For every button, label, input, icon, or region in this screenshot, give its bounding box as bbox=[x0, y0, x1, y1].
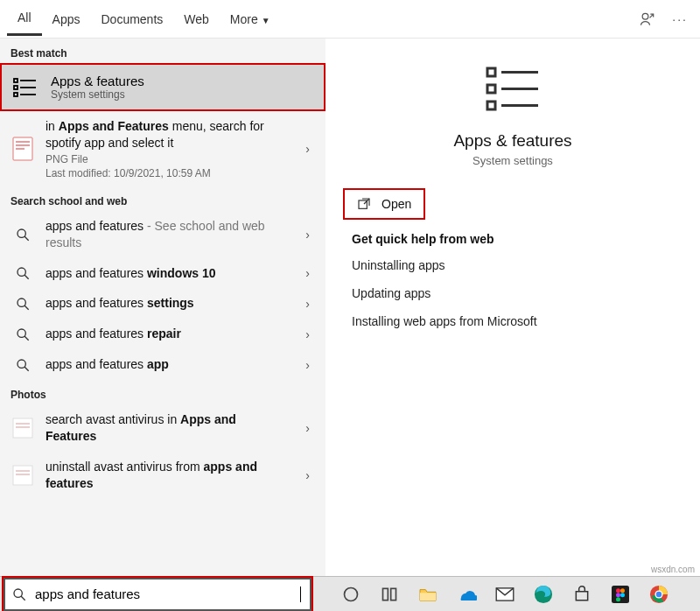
onedrive-icon[interactable] bbox=[455, 583, 478, 606]
chevron-right-icon[interactable]: › bbox=[300, 142, 315, 156]
quick-help: Get quick help from web Uninstalling app… bbox=[326, 232, 700, 342]
svg-line-35 bbox=[21, 596, 25, 600]
svg-rect-9 bbox=[16, 144, 30, 146]
tab-more-label: More bbox=[230, 12, 258, 26]
svg-rect-31 bbox=[487, 102, 495, 109]
search-input[interactable] bbox=[33, 586, 300, 602]
feedback-icon[interactable] bbox=[639, 11, 656, 28]
edge-icon[interactable] bbox=[532, 583, 555, 606]
section-best-match: Best match bbox=[0, 39, 326, 63]
apps-features-icon bbox=[12, 74, 38, 101]
svg-point-46 bbox=[616, 593, 620, 597]
search-box[interactable] bbox=[4, 578, 312, 611]
svg-rect-8 bbox=[16, 141, 30, 143]
tab-all[interactable]: All bbox=[7, 2, 42, 36]
svg-rect-3 bbox=[14, 86, 18, 89]
chevron-right-icon[interactable]: › bbox=[300, 266, 315, 280]
preview-panel: Apps & features System settings Open Get… bbox=[326, 39, 700, 611]
search-icon bbox=[5, 587, 33, 601]
file-explorer-icon[interactable] bbox=[416, 583, 439, 606]
svg-point-0 bbox=[642, 13, 648, 19]
chevron-right-icon[interactable]: › bbox=[300, 358, 315, 372]
chrome-icon[interactable] bbox=[648, 583, 670, 606]
text-caret bbox=[300, 586, 301, 602]
mail-icon[interactable] bbox=[494, 583, 516, 606]
web-result-0[interactable]: apps and features - See school and web r… bbox=[0, 211, 326, 258]
tab-documents[interactable]: Documents bbox=[90, 4, 173, 35]
chevron-down-icon: ▼ bbox=[262, 16, 270, 25]
web-result-4[interactable]: apps and features app › bbox=[0, 349, 326, 380]
watermark: wsxdn.com bbox=[651, 565, 695, 574]
svg-rect-10 bbox=[16, 148, 24, 150]
section-school-web: Search school and web bbox=[0, 186, 326, 211]
photo-result-0[interactable]: search avast antivirus in Apps and Featu… bbox=[0, 404, 326, 452]
quick-help-link-install-web[interactable]: Installing web apps from Microsoft bbox=[352, 314, 674, 328]
svg-rect-29 bbox=[487, 85, 495, 93]
file-result[interactable]: in Apps and Features menu, search for sp… bbox=[0, 111, 326, 186]
photo-thumb-icon bbox=[10, 465, 35, 486]
svg-point-47 bbox=[616, 597, 620, 601]
photo-result-label: uninstall avast antivirus from apps and … bbox=[46, 459, 290, 492]
quick-help-header: Get quick help from web bbox=[352, 232, 674, 246]
svg-rect-1 bbox=[14, 79, 18, 82]
results-panel: Best match Apps & features System settin… bbox=[0, 39, 326, 611]
figma-icon[interactable] bbox=[609, 583, 632, 606]
search-icon bbox=[10, 327, 35, 341]
chevron-right-icon[interactable]: › bbox=[300, 297, 315, 311]
search-icon bbox=[10, 228, 35, 242]
search-icon bbox=[10, 297, 35, 311]
taskbar bbox=[0, 576, 700, 611]
svg-point-13 bbox=[18, 268, 25, 276]
preview-subtitle: System settings bbox=[472, 154, 553, 167]
svg-rect-23 bbox=[16, 426, 30, 428]
svg-rect-5 bbox=[14, 93, 18, 96]
svg-point-17 bbox=[18, 329, 25, 337]
tab-web[interactable]: Web bbox=[173, 4, 220, 35]
task-view-icon[interactable] bbox=[378, 583, 401, 606]
cortana-icon[interactable] bbox=[340, 583, 362, 606]
svg-point-44 bbox=[620, 588, 625, 593]
file-result-title: in Apps and Features menu, search for sp… bbox=[46, 118, 290, 151]
chevron-right-icon[interactable]: › bbox=[300, 421, 315, 435]
svg-rect-22 bbox=[16, 423, 30, 425]
chevron-right-icon[interactable]: › bbox=[300, 327, 315, 341]
svg-rect-27 bbox=[487, 68, 495, 76]
png-file-icon bbox=[10, 136, 35, 162]
web-result-2[interactable]: apps and features settings › bbox=[0, 288, 326, 319]
best-match-subtitle: System settings bbox=[51, 88, 144, 101]
store-icon[interactable] bbox=[570, 583, 593, 606]
svg-point-11 bbox=[18, 229, 25, 237]
svg-rect-42 bbox=[612, 586, 629, 603]
svg-rect-38 bbox=[391, 588, 396, 600]
tab-apps[interactable]: Apps bbox=[42, 4, 91, 35]
quick-help-link-update[interactable]: Updating apps bbox=[352, 286, 674, 300]
quick-help-link-uninstall[interactable]: Uninstalling apps bbox=[352, 258, 674, 272]
photo-thumb-icon bbox=[10, 418, 35, 439]
web-result-label: apps and features windows 10 bbox=[46, 265, 290, 282]
preview-title: Apps & features bbox=[453, 131, 571, 151]
svg-point-45 bbox=[620, 593, 625, 597]
more-options-icon[interactable]: ··· bbox=[672, 12, 688, 26]
chevron-right-icon[interactable]: › bbox=[300, 228, 315, 242]
svg-point-43 bbox=[616, 588, 620, 593]
search-icon bbox=[10, 358, 35, 372]
web-result-3[interactable]: apps and features repair › bbox=[0, 319, 326, 349]
tab-more[interactable]: More▼ bbox=[220, 4, 281, 35]
photo-result-label: search avast antivirus in Apps and Featu… bbox=[46, 411, 290, 445]
open-icon bbox=[357, 197, 371, 211]
web-result-label: apps and features repair bbox=[46, 326, 290, 342]
web-result-label: apps and features - See school and web r… bbox=[46, 218, 290, 251]
best-match-result[interactable]: Apps & features System settings bbox=[0, 63, 326, 111]
web-result-1[interactable]: apps and features windows 10 › bbox=[0, 258, 326, 289]
search-tabs: All Apps Documents Web More▼ ··· bbox=[0, 0, 700, 39]
file-result-type: PNG File bbox=[46, 153, 290, 165]
chevron-right-icon[interactable]: › bbox=[300, 468, 315, 482]
photo-result-1[interactable]: uninstall avast antivirus from apps and … bbox=[0, 452, 326, 499]
svg-rect-37 bbox=[383, 588, 388, 600]
svg-point-19 bbox=[18, 360, 25, 368]
svg-rect-39 bbox=[420, 593, 436, 600]
best-match-title: Apps & features bbox=[51, 74, 144, 88]
open-action[interactable]: Open bbox=[343, 188, 425, 220]
svg-point-36 bbox=[345, 587, 358, 600]
svg-point-15 bbox=[18, 298, 25, 306]
